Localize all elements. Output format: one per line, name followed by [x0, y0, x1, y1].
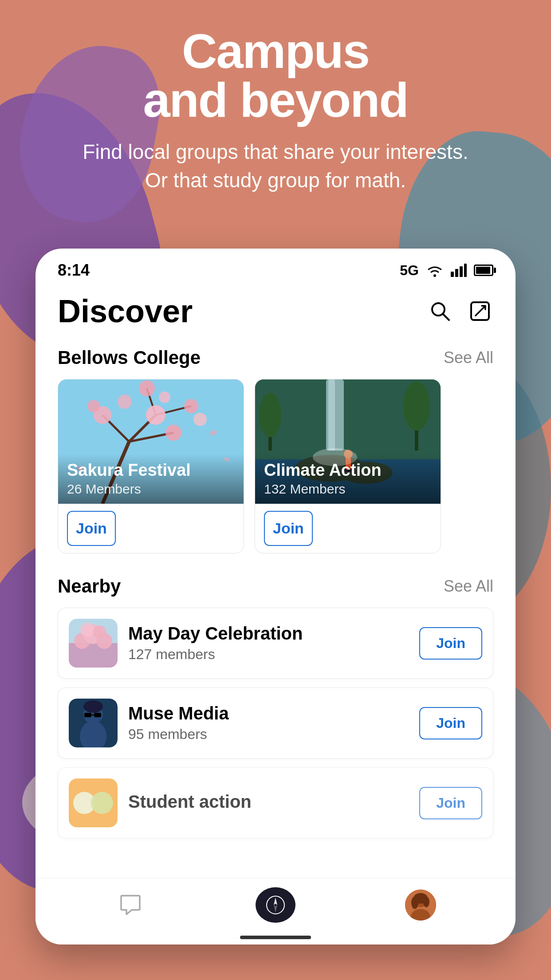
- sakura-festival-card[interactable]: Sakura Festival 26 Members Join: [58, 379, 244, 553]
- profile-nav-item[interactable]: [398, 887, 443, 923]
- svg-rect-4: [464, 264, 467, 277]
- compose-icon: [468, 300, 492, 323]
- college-cards-row: Sakura Festival 26 Members Join: [35, 379, 516, 562]
- svg-point-0: [433, 274, 436, 277]
- student-action-list-item[interactable]: Student action Join: [58, 767, 493, 838]
- may-day-info: May Day Celebration 127 members: [118, 624, 419, 663]
- headline: Campus and beyond: [35, 27, 516, 124]
- nearby-see-all[interactable]: See All: [444, 577, 493, 596]
- muse-media-join-button[interactable]: Join: [419, 707, 482, 739]
- muse-media-info: Muse Media 95 members: [118, 703, 419, 743]
- compose-button[interactable]: [467, 298, 493, 324]
- phone-mockup: 8:14 5G Discover: [35, 249, 516, 944]
- subheadline: Find local groups that share your intere…: [35, 138, 516, 195]
- clock: 8:14: [58, 261, 90, 280]
- svg-rect-31: [328, 379, 335, 450]
- climate-members: 132 Members: [264, 482, 432, 497]
- sakura-members: 26 Members: [67, 482, 235, 497]
- svg-rect-3: [460, 266, 463, 277]
- signal-icon: [451, 264, 467, 277]
- svg-marker-61: [274, 905, 277, 913]
- app-header: Discover: [35, 284, 516, 343]
- chat-nav-item[interactable]: [108, 887, 153, 923]
- profile-avatar: [405, 889, 436, 921]
- svg-point-23: [193, 413, 207, 426]
- svg-point-22: [87, 400, 100, 412]
- svg-marker-60: [274, 897, 277, 905]
- may-day-thumbnail: [69, 619, 118, 668]
- compass-icon: [264, 894, 287, 916]
- climate-card-overlay: Climate Action 132 Members: [255, 454, 441, 504]
- search-button[interactable]: [427, 298, 453, 324]
- svg-point-16: [139, 380, 155, 396]
- svg-point-58: [91, 792, 113, 814]
- nearby-section: Nearby See All May Day Celebration: [35, 562, 516, 838]
- svg-point-67: [423, 897, 429, 907]
- svg-line-8: [476, 307, 484, 316]
- battery-icon: [474, 265, 493, 276]
- nearby-section-title: Nearby: [58, 576, 121, 597]
- wifi-icon: [426, 263, 444, 277]
- svg-point-55: [83, 700, 103, 713]
- svg-point-20: [146, 405, 165, 425]
- home-indicator: [240, 936, 311, 939]
- svg-point-24: [159, 391, 170, 403]
- svg-point-47: [80, 623, 94, 637]
- climate-action-card[interactable]: Climate Action 132 Members Join: [255, 379, 441, 553]
- discover-nav-item[interactable]: [253, 887, 298, 923]
- may-day-join-button[interactable]: Join: [419, 627, 482, 660]
- svg-rect-53: [94, 713, 101, 717]
- profile-image: [405, 889, 436, 921]
- college-see-all[interactable]: See All: [444, 348, 493, 367]
- student-action-info: Student action: [118, 792, 419, 814]
- svg-point-38: [259, 393, 281, 437]
- muse-media-image: [69, 699, 118, 747]
- svg-point-48: [93, 625, 106, 639]
- svg-point-19: [165, 425, 181, 441]
- status-indicators: 5G: [400, 262, 493, 279]
- svg-rect-1: [451, 272, 454, 277]
- may-day-image: [69, 619, 118, 668]
- search-icon: [429, 300, 452, 323]
- svg-point-21: [118, 395, 132, 409]
- svg-rect-2: [455, 269, 458, 277]
- status-bar: 8:14 5G: [35, 249, 516, 284]
- svg-point-17: [184, 399, 198, 413]
- muse-media-members: 95 members: [128, 726, 409, 743]
- hero-section: Campus and beyond Find local groups that…: [0, 27, 551, 195]
- svg-line-6: [443, 314, 449, 320]
- sakura-card-image: Sakura Festival 26 Members: [58, 379, 244, 504]
- network-indicator: 5G: [400, 262, 419, 279]
- svg-rect-43: [69, 643, 118, 668]
- bottom-navigation: [35, 878, 516, 944]
- college-section-title: Bellows College: [58, 347, 201, 368]
- climate-join-button[interactable]: Join: [264, 511, 313, 546]
- sakura-join-button[interactable]: Join: [67, 511, 116, 546]
- muse-media-thumbnail: [69, 699, 118, 747]
- nearby-section-header: Nearby See All: [35, 571, 516, 608]
- student-action-image: [69, 778, 118, 827]
- may-day-members: 127 members: [128, 646, 409, 663]
- student-action-name: Student action: [128, 792, 409, 812]
- student-action-join-button[interactable]: Join: [419, 787, 482, 819]
- climate-group-name: Climate Action: [264, 461, 432, 480]
- climate-card-image: Climate Action 132 Members: [255, 379, 441, 504]
- svg-point-66: [411, 897, 418, 909]
- page-title: Discover: [58, 293, 193, 329]
- student-action-thumbnail: [69, 778, 118, 827]
- may-day-name: May Day Celebration: [128, 624, 409, 644]
- muse-media-list-item[interactable]: Muse Media 95 members Join: [58, 688, 493, 759]
- svg-rect-52: [84, 713, 91, 717]
- discover-fab[interactable]: [256, 887, 295, 923]
- college-section-header: Bellows College See All: [35, 343, 516, 379]
- svg-point-40: [403, 382, 430, 431]
- header-actions: [427, 298, 493, 324]
- muse-media-name: Muse Media: [128, 703, 409, 723]
- chat-icon: [118, 892, 143, 918]
- may-day-list-item[interactable]: May Day Celebration 127 members Join: [58, 608, 493, 679]
- sakura-group-name: Sakura Festival: [67, 461, 235, 480]
- sakura-card-overlay: Sakura Festival 26 Members: [58, 454, 244, 504]
